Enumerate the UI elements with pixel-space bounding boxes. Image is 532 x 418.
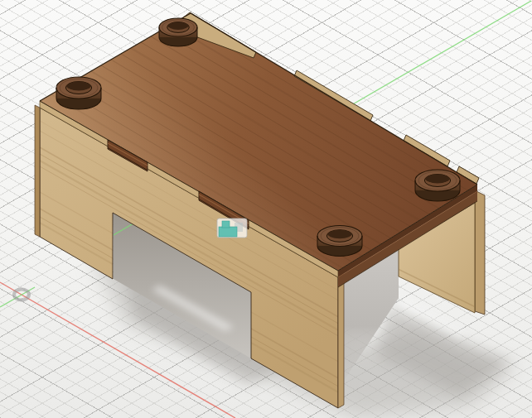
ring-3[interactable] (317, 226, 362, 257)
viewport-3d[interactable] (0, 0, 532, 418)
front-panel-left-edge (35, 105, 40, 237)
ring-2[interactable] (56, 77, 101, 109)
scene-canvas (0, 0, 532, 418)
ring-1[interactable] (159, 18, 197, 46)
back-panel-end-edge (475, 190, 485, 315)
front-panel-right-edge (338, 274, 344, 408)
decal-marker[interactable] (217, 219, 247, 238)
y-axis-line-back (351, 1, 531, 105)
ring-4[interactable] (415, 170, 460, 201)
